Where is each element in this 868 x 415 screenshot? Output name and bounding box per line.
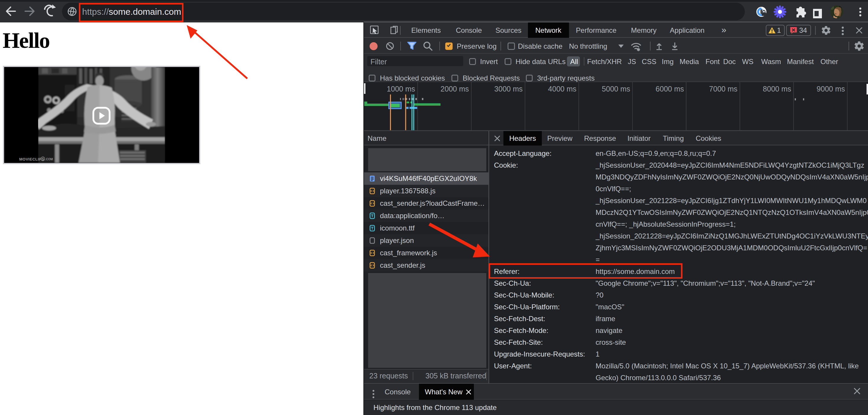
svg-text:.COM: .COM [45,158,53,161]
svg-text:7000 ms: 7000 ms [709,85,737,93]
svg-text:2000 ms: 2000 ms [440,85,469,93]
svg-text:9000 ms: 9000 ms [816,85,845,93]
svg-text:8000 ms: 8000 ms [763,85,791,93]
svg-text:6000 ms: 6000 ms [656,85,684,93]
svg-text:4000 ms: 4000 ms [548,85,577,93]
svg-text:3000 ms: 3000 ms [494,85,523,93]
svg-text:5000 ms: 5000 ms [602,85,630,93]
svg-text:MOVIECLIPS: MOVIECLIPS [19,157,44,162]
svg-text:1000 ms: 1000 ms [387,85,415,93]
